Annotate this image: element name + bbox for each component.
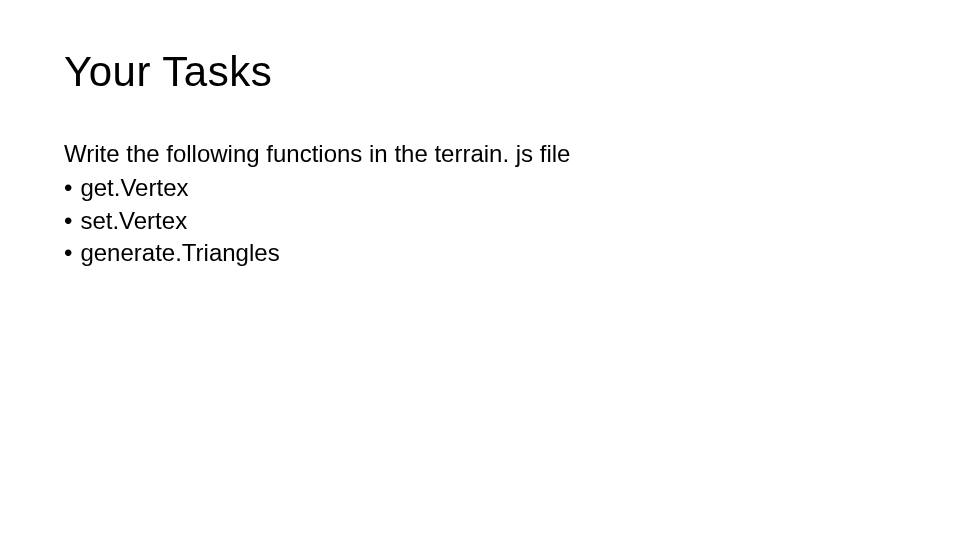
bullet-icon: • [64, 205, 72, 237]
bullet-label: generate.Triangles [80, 237, 279, 269]
slide-body: Write the following functions in the ter… [64, 138, 896, 270]
slide-title: Your Tasks [64, 48, 896, 96]
intro-text: Write the following functions in the ter… [64, 138, 896, 170]
list-item: • set.Vertex [64, 205, 896, 237]
bullet-label: get.Vertex [80, 172, 188, 204]
bullet-icon: • [64, 172, 72, 204]
list-item: • get.Vertex [64, 172, 896, 204]
list-item: • generate.Triangles [64, 237, 896, 269]
bullet-label: set.Vertex [80, 205, 187, 237]
bullet-icon: • [64, 237, 72, 269]
